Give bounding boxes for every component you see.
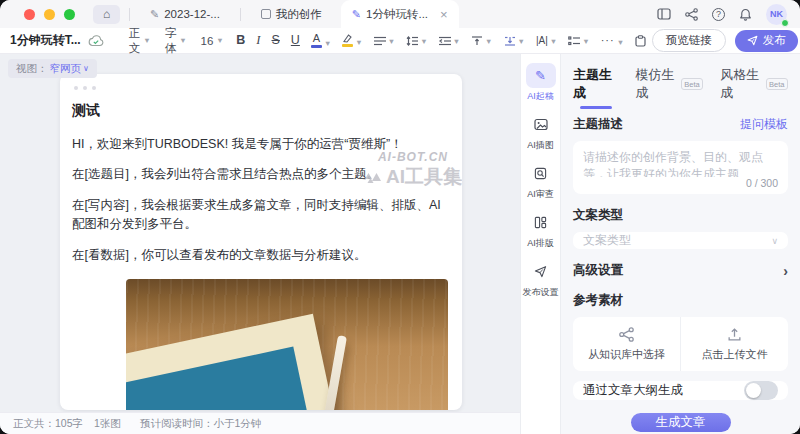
reference-cards: 从知识库中选择 点击上传文件 <box>573 317 788 371</box>
advanced-settings-row[interactable]: 高级设置 › <box>573 262 788 279</box>
editor-area: 视图： 窄网页 ∨ 测试 HI，欢迎来到TURBODESK! 我是专属于你的运营… <box>0 54 520 434</box>
font-color-icon: A <box>311 33 322 48</box>
strikethrough-button[interactable]: S <box>272 34 280 47</box>
topic-textarea-card: 0 / 300 <box>573 141 788 194</box>
doc-paragraph[interactable]: 在[写内容]，我会根据要求生成多篇文章，同时支持编辑、排版、AI配图和分发到多平… <box>72 196 450 235</box>
paragraph-style-select[interactable]: 正文 ▼ <box>129 26 151 56</box>
chevron-down-icon: ▼ <box>518 38 525 46</box>
pencil-icon: ✎ <box>150 9 159 20</box>
paste-icon <box>635 35 646 47</box>
doc-heading[interactable]: 测试 <box>72 102 450 120</box>
photo-card: Start. <box>126 346 328 410</box>
list-button[interactable]: ▼ <box>568 36 589 46</box>
align-button[interactable]: ▼ <box>374 36 395 46</box>
minimize-window-button[interactable] <box>44 9 55 20</box>
beta-badge: Beta <box>766 78 788 90</box>
font-size-select[interactable]: 16 ▼ <box>201 35 224 47</box>
close-icon[interactable]: × <box>440 8 448 21</box>
tab-document-1[interactable]: ✎ 2023-12-... <box>139 0 231 28</box>
select-from-kb-button[interactable]: 从知识库中选择 <box>573 317 680 371</box>
chevron-down-icon: ∨ <box>771 236 778 246</box>
tab-label: 1分钟玩转... <box>366 7 428 22</box>
paragraph-spacing-button[interactable]: ▼ <box>471 36 492 46</box>
font-family-select[interactable]: 字体 ▼ <box>165 26 187 56</box>
image-icon <box>526 112 556 137</box>
font-color-button[interactable]: A ▼ <box>311 33 331 48</box>
preview-link-button[interactable]: 预览链接 <box>652 29 726 52</box>
rail-item-ai-layout[interactable]: AI排版 <box>526 210 556 250</box>
more-icon: ··· <box>601 35 615 46</box>
pencil-icon: ✎ <box>526 63 556 88</box>
pencil-icon: ✎ <box>352 9 361 20</box>
ai-rail: ✎ AI起稿 AI插图 AI审查 AI排版 <box>520 54 560 434</box>
margin-icon <box>504 36 516 46</box>
chevron-down-icon: ▼ <box>324 40 331 48</box>
tab-document-active[interactable]: ✎ 1分钟玩转... × <box>341 0 459 28</box>
rail-item-ai-illustration[interactable]: AI插图 <box>526 112 556 152</box>
more-button[interactable]: ··· ▼ <box>601 35 624 46</box>
tab-topic-generation[interactable]: 主题生成 <box>573 66 619 102</box>
copy-type-select[interactable]: 文案类型 ∨ <box>573 232 788 249</box>
doc-search-icon <box>526 161 556 186</box>
tab-style-generation[interactable]: 风格生成 Beta <box>720 66 788 102</box>
upload-file-button[interactable]: 点击上传文件 <box>680 317 788 371</box>
indent-icon <box>439 36 451 46</box>
outline-toggle[interactable] <box>744 381 778 400</box>
home-button[interactable]: ⌂ <box>93 5 120 24</box>
panel-tabs: 主题生成 模仿生成 Beta 风格生成 Beta <box>573 66 788 102</box>
paste-format-button[interactable] <box>635 35 646 47</box>
inline-image-start[interactable]: Start. <box>126 279 448 410</box>
publish-button[interactable]: 发布 <box>735 30 798 52</box>
document-page[interactable]: 测试 HI，欢迎来到TURBODESK! 我是专属于你的运营“贾维斯”！ 在[选… <box>60 74 462 410</box>
line-height-button[interactable]: ▼ <box>406 36 427 46</box>
bell-icon[interactable] <box>739 8 752 21</box>
doc-paragraph[interactable]: 在[看数据]，你可以查看发布的文章数据与分析建议。 <box>72 246 450 265</box>
zoom-window-button[interactable] <box>64 9 75 20</box>
margin-button[interactable]: ▼ <box>504 36 525 46</box>
avatar[interactable]: NK <box>766 4 787 25</box>
copy-type-label: 文案类型 <box>573 207 788 224</box>
beta-badge: Beta <box>681 78 703 90</box>
chevron-right-icon: › <box>783 264 788 278</box>
rail-item-publish-settings[interactable]: 发布设置 <box>523 259 559 299</box>
chevron-down-icon: ▼ <box>388 38 395 46</box>
bold-button[interactable]: B <box>236 34 245 47</box>
chevron-down-icon: ▼ <box>485 38 492 46</box>
doc-paragraph[interactable]: 在[选题目]，我会列出符合需求且结合热点的多个主题。 <box>72 165 450 184</box>
chevron-down-icon: ▼ <box>143 37 150 45</box>
outline-toggle-row: 通过文章大纲生成 <box>573 381 788 400</box>
close-window-button[interactable] <box>24 9 35 20</box>
sidebar-toggle-icon[interactable] <box>657 8 671 20</box>
titlebar: ⌂ ✎ 2023-12-... 我的创作 ✎ 1分钟玩转... × ? <box>0 0 800 28</box>
underline-button[interactable]: U <box>291 34 300 47</box>
generation-panel: 主题生成 模仿生成 Beta 风格生成 Beta 主题描述 提问模板 0 / 3… <box>560 54 800 434</box>
share-icon[interactable] <box>685 8 698 21</box>
highlight-button[interactable]: ▼ <box>342 34 362 47</box>
align-icon <box>374 36 386 46</box>
tab-imitation-generation[interactable]: 模仿生成 Beta <box>636 66 704 102</box>
line-height-icon <box>406 36 418 46</box>
question-template-link[interactable]: 提问模板 <box>740 116 788 133</box>
topic-description-input[interactable] <box>583 149 778 177</box>
format-toolbar: 1分钟玩转T... 正文 ▼ 字体 ▼ 16 ▼ B I S U A ▼ <box>0 28 800 54</box>
doc-paragraph[interactable]: HI，欢迎来到TURBODESK! 我是专属于你的运营“贾维斯”！ <box>72 135 450 154</box>
view-mode-select[interactable]: 视图： 窄网页 ∨ <box>8 59 97 78</box>
tab-my-creations[interactable]: 我的创作 <box>250 0 333 28</box>
rail-item-ai-review[interactable]: AI审查 <box>526 161 556 201</box>
outline-toggle-label: 通过文章大纲生成 <box>583 382 683 399</box>
paper-plane-icon <box>747 35 758 46</box>
titlebar-actions: ? NK <box>657 4 787 25</box>
help-icon[interactable]: ? <box>712 8 725 21</box>
letter-spacing-button[interactable]: |A| ▼ <box>536 36 557 46</box>
indent-button[interactable]: ▼ <box>439 36 460 46</box>
traffic-lights <box>24 9 75 20</box>
char-counter: 0 / 300 <box>583 177 778 189</box>
generate-article-button[interactable]: 生成文章 <box>631 413 731 432</box>
status-bar: 正文共：105字 1张图 预计阅读时间：小于1分钟 <box>0 412 520 434</box>
italic-button[interactable]: I <box>256 34 260 47</box>
image-count: 1张图 <box>94 417 121 431</box>
chevron-down-icon: ▼ <box>550 38 557 46</box>
board-icon <box>261 9 271 19</box>
rail-item-ai-draft[interactable]: ✎ AI起稿 <box>526 63 556 103</box>
online-badge <box>781 19 789 27</box>
